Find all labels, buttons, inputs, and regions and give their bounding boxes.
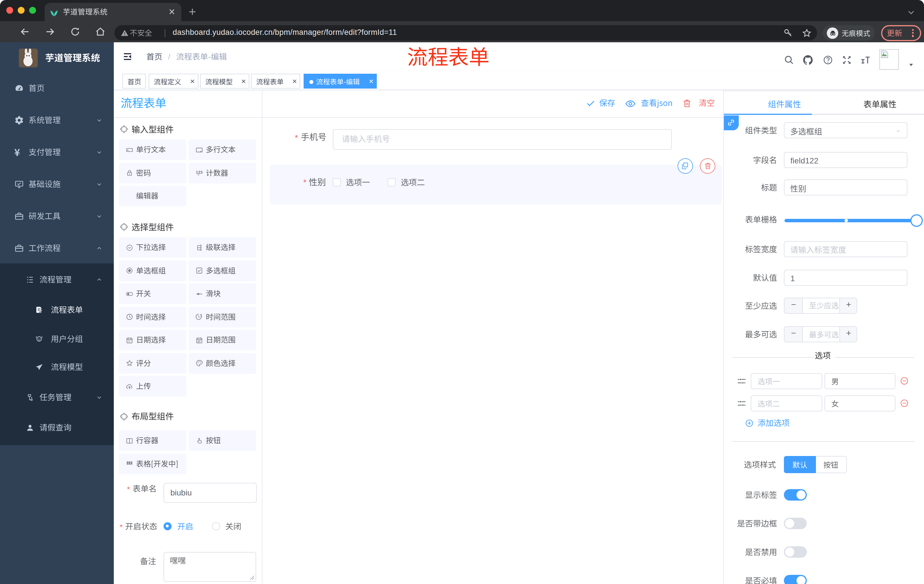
svg-text:123: 123: [196, 170, 203, 174]
